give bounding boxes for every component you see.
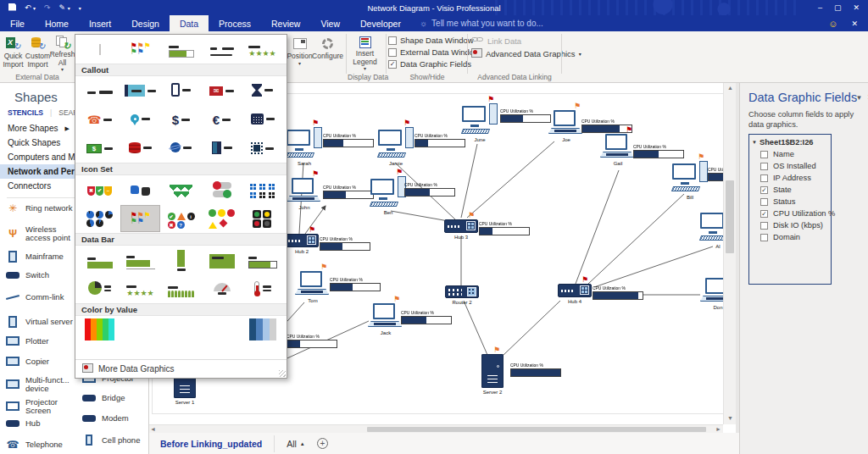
gallery-item-co-phone2[interactable]: ☎ <box>80 106 120 133</box>
restore-button[interactable]: ▢ <box>834 3 842 12</box>
field-status[interactable]: Status <box>760 197 828 206</box>
add-page-button[interactable]: + <box>317 438 328 449</box>
gallery-item-co-money[interactable]: $ <box>80 135 120 162</box>
gallery-item-co-db[interactable] <box>120 135 160 162</box>
checkbox-external-data-window[interactable]: External Data Window <box>388 47 480 57</box>
pane-options-icon[interactable]: ▾ <box>857 93 861 102</box>
network-node-ben[interactable]: ⚑Ben <box>370 176 406 208</box>
gallery-item-cv-blues[interactable] <box>242 317 282 344</box>
configure-button[interactable]: Configure <box>315 33 340 72</box>
insert-legend-button[interactable]: Insert Legend▾ <box>353 33 377 72</box>
gallery-item-co-phone[interactable] <box>161 77 201 104</box>
stencil-item-copier[interactable]: Copier <box>5 357 76 366</box>
gallery-item-is-wifi[interactable] <box>161 176 201 203</box>
touch-mode-icon[interactable]: ✎ ▾ <box>59 3 70 12</box>
network-node-don[interactable]: Don <box>700 278 723 303</box>
gallery-item-co-hourglass[interactable] <box>242 77 282 104</box>
tab-view[interactable]: View <box>310 15 350 31</box>
field-domain[interactable]: Domain <box>760 233 828 241</box>
gallery-item-co-chip[interactable] <box>242 135 282 162</box>
gallery-item-db-vbar[interactable] <box>161 246 201 274</box>
stencil-item-multi-funct-device[interactable]: Multi-funct... device <box>5 376 76 393</box>
gallery-item-text-sm[interactable] <box>202 36 242 63</box>
gallery-item-db-block[interactable] <box>202 246 242 274</box>
field-os-installed[interactable]: OS Installed <box>760 162 828 170</box>
close-button[interactable]: ✕ <box>853 3 860 12</box>
tab-developer[interactable]: Developer <box>350 15 411 31</box>
save-icon[interactable] <box>8 3 16 13</box>
custom-import-button[interactable]: ↻Custom Import <box>25 33 50 72</box>
quick-import-button[interactable]: X↻Quick Import <box>1 33 25 72</box>
advanced-data-graphics-button[interactable]: Advanced Data Graphics▾ <box>471 48 581 59</box>
horizontal-scroll-thumb[interactable] <box>367 427 706 432</box>
stencil-item-virtual-server[interactable]: Virtual server <box>5 316 76 328</box>
field-ip-address[interactable]: IP Address <box>760 174 828 182</box>
network-node-hub-4[interactable]: ⚑Hub 4 <box>558 284 592 297</box>
field-disk-io-kbps[interactable]: Disk IO (kbps) <box>760 221 828 230</box>
stencil-item-hub[interactable]: Hub <box>5 419 76 428</box>
stencil-item-switch[interactable]: Switch <box>5 271 76 280</box>
vertical-scrollbar[interactable]: ▲ ▼ <box>723 82 737 424</box>
gallery-item-is-pies[interactable] <box>80 205 120 232</box>
refresh-all-button[interactable]: ↻Refresh All▾ <box>50 33 75 72</box>
tab-review[interactable]: Review <box>261 15 310 31</box>
stencil-item-mainframe[interactable]: Mainframe <box>5 251 76 263</box>
tab-process[interactable]: Process <box>209 15 261 31</box>
gallery-item-is-lights[interactable] <box>242 205 282 232</box>
stencil-item-telephone[interactable]: ☎Telephone <box>5 440 76 450</box>
gallery-item-is-flags[interactable]: ⚑⚑⚑⚑⚑ <box>120 205 160 232</box>
network-node-server-2[interactable]: ⚑Server 2 <box>481 354 504 388</box>
gallery-item-is-shields[interactable]: ✖✔– <box>80 176 120 203</box>
network-node-hub-2[interactable]: ⚑Hub 2 <box>285 234 319 247</box>
tab-design[interactable]: Design <box>121 15 170 31</box>
network-node-gail[interactable]: ⚑Gail <box>600 134 636 159</box>
gallery-item-co-box[interactable] <box>120 77 160 104</box>
gallery-item-co-mail[interactable]: ✉ <box>202 77 242 104</box>
undo-icon[interactable]: ↶ ▾ <box>25 3 36 12</box>
stencil-item-projector-screen[interactable]: Projector Screen <box>5 398 76 415</box>
gallery-item-db-stars[interactable]: ★★★★ <box>120 275 160 302</box>
page-tab-active[interactable]: Before Linking_updated <box>157 435 275 452</box>
tell-me-box[interactable]: ☼ Tell me what you want to do... <box>411 15 552 31</box>
checkbox-data-graphic-fields[interactable]: ✓Data Graphic Fields <box>388 59 471 69</box>
gallery-item-is-shapes[interactable] <box>202 205 242 232</box>
gallery-item-flags[interactable]: ⚑⚑⚑⚑⚑ <box>120 36 160 63</box>
vertical-scroll-thumb[interactable] <box>726 180 734 253</box>
gallery-item-co-euro[interactable]: € <box>202 106 242 133</box>
all-pages-dropdown[interactable]: All ▲ <box>287 439 305 449</box>
stencil-item-plotter[interactable]: Plotter <box>5 336 76 346</box>
gallery-item-db-bar1[interactable] <box>80 246 120 274</box>
gallery-item-db-bar2[interactable] <box>120 246 160 274</box>
gallery-item-stars-sm[interactable]: ★★★★ <box>242 36 282 63</box>
network-node-sarah[interactable]: ⚑Sarah <box>287 127 322 159</box>
gallery-item-cv-rainbow[interactable] <box>80 317 120 344</box>
sheet-range-header[interactable]: ▼ Sheet1$B2:I26 <box>752 138 828 147</box>
stencil-item-cell-phone[interactable]: Cell phone <box>81 435 149 446</box>
network-node-joe[interactable]: ⚑Joe <box>548 110 584 136</box>
stencil-item-ring-network[interactable]: ✳Ring network <box>5 203 76 213</box>
gallery-item-databar-sm[interactable] <box>161 36 201 63</box>
minimize-button[interactable]: – <box>818 3 822 12</box>
network-node-john[interactable]: ⚑John <box>287 178 322 203</box>
scroll-up-icon[interactable]: ▲ <box>724 84 737 92</box>
field-state[interactable]: ✓State <box>760 185 828 194</box>
network-node-hub-3[interactable]: ⚑Hub 3 <box>444 219 478 233</box>
network-node-router-2[interactable]: Router 2 <box>445 285 479 298</box>
stencil-item-bridge[interactable]: Bridge <box>81 394 149 402</box>
tab-home[interactable]: Home <box>35 15 79 31</box>
field-cpu-utilization[interactable]: ✓CPU Utilization % <box>760 209 828 218</box>
gallery-item-co-cal[interactable] <box>242 106 282 133</box>
tab-data[interactable]: Data <box>170 15 209 31</box>
network-node-june[interactable]: ⚑June <box>462 103 498 136</box>
customize-qat-icon[interactable]: ▾ <box>79 5 81 11</box>
gallery-item-blank[interactable] <box>80 36 120 63</box>
tab-stencils[interactable]: STENCILS <box>8 108 43 117</box>
network-node-tom[interactable]: ⚑Tom <box>295 271 331 296</box>
gallery-item-is-alerts[interactable]: ✔i✖? <box>161 205 201 232</box>
more-data-graphics-item[interactable]: More Data Graphics <box>75 359 287 378</box>
stencil-item-wireless-access-point[interactable]: ΨWireless access point <box>5 225 76 242</box>
close-pane-icon[interactable]: ✕ <box>851 19 858 28</box>
checkbox-shape-data-window[interactable]: Shape Data Window <box>388 36 474 45</box>
network-node-al[interactable]: Al <box>700 210 723 242</box>
gallery-item-db-progress[interactable] <box>242 246 282 274</box>
